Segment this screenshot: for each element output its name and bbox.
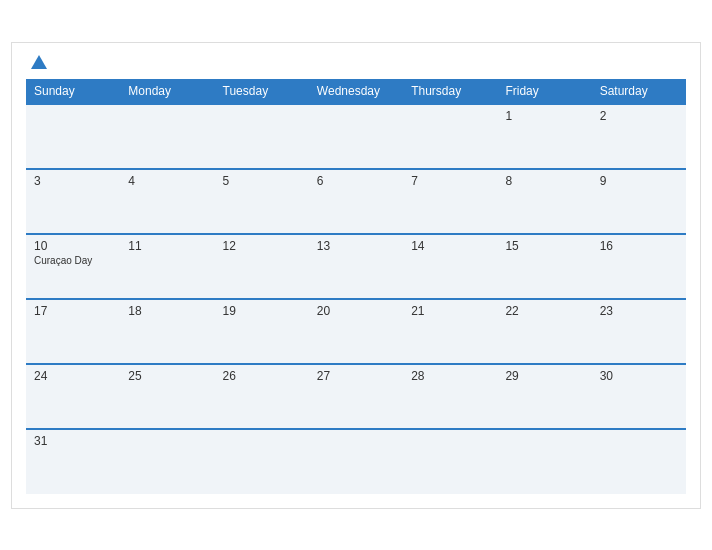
day-cell-30: 30	[592, 364, 686, 429]
day-number: 3	[34, 174, 112, 188]
day-number: 23	[600, 304, 678, 318]
svg-marker-0	[31, 55, 47, 69]
day-event: Curaçao Day	[34, 255, 92, 266]
day-number: 24	[34, 369, 112, 383]
day-cell-24: 24	[26, 364, 120, 429]
day-number: 26	[223, 369, 301, 383]
day-number: 20	[317, 304, 395, 318]
day-number: 11	[128, 239, 206, 253]
calendar-grid: SundayMondayTuesdayWednesdayThursdayFrid…	[26, 79, 686, 494]
days-header-row: SundayMondayTuesdayWednesdayThursdayFrid…	[26, 79, 686, 104]
day-cell-empty	[592, 429, 686, 494]
day-cell-25: 25	[120, 364, 214, 429]
day-number: 16	[600, 239, 678, 253]
day-cell-11: 11	[120, 234, 214, 299]
day-number: 10	[34, 239, 112, 253]
day-cell-empty	[403, 429, 497, 494]
day-cell-empty	[26, 104, 120, 169]
day-cell-empty	[215, 429, 309, 494]
day-header-tuesday: Tuesday	[215, 79, 309, 104]
day-header-wednesday: Wednesday	[309, 79, 403, 104]
day-cell-12: 12	[215, 234, 309, 299]
day-number: 15	[505, 239, 583, 253]
day-number: 14	[411, 239, 489, 253]
calendar-header	[26, 53, 686, 73]
day-cell-7: 7	[403, 169, 497, 234]
day-cell-10: 10Curaçao Day	[26, 234, 120, 299]
day-cell-28: 28	[403, 364, 497, 429]
day-number: 18	[128, 304, 206, 318]
day-cell-21: 21	[403, 299, 497, 364]
day-cell-15: 15	[497, 234, 591, 299]
day-number: 19	[223, 304, 301, 318]
day-number: 5	[223, 174, 301, 188]
day-number: 27	[317, 369, 395, 383]
day-cell-20: 20	[309, 299, 403, 364]
day-header-friday: Friday	[497, 79, 591, 104]
day-cell-14: 14	[403, 234, 497, 299]
day-cell-22: 22	[497, 299, 591, 364]
day-cell-empty	[497, 429, 591, 494]
day-cell-16: 16	[592, 234, 686, 299]
day-number: 6	[317, 174, 395, 188]
calendar-container: SundayMondayTuesdayWednesdayThursdayFrid…	[11, 42, 701, 509]
day-number: 22	[505, 304, 583, 318]
day-number: 17	[34, 304, 112, 318]
day-number: 25	[128, 369, 206, 383]
day-header-monday: Monday	[120, 79, 214, 104]
week-row-3: 17181920212223	[26, 299, 686, 364]
day-cell-19: 19	[215, 299, 309, 364]
day-number: 28	[411, 369, 489, 383]
day-cell-3: 3	[26, 169, 120, 234]
day-cell-empty	[309, 429, 403, 494]
day-header-saturday: Saturday	[592, 79, 686, 104]
day-number: 8	[505, 174, 583, 188]
day-number: 2	[600, 109, 678, 123]
day-number: 1	[505, 109, 583, 123]
week-row-0: 12	[26, 104, 686, 169]
day-number: 13	[317, 239, 395, 253]
logo-icon	[29, 53, 49, 73]
day-cell-17: 17	[26, 299, 120, 364]
day-cell-8: 8	[497, 169, 591, 234]
day-cell-empty	[309, 104, 403, 169]
day-cell-18: 18	[120, 299, 214, 364]
day-cell-1: 1	[497, 104, 591, 169]
day-cell-5: 5	[215, 169, 309, 234]
day-header-thursday: Thursday	[403, 79, 497, 104]
day-cell-2: 2	[592, 104, 686, 169]
day-number: 30	[600, 369, 678, 383]
week-row-4: 24252627282930	[26, 364, 686, 429]
week-row-1: 3456789	[26, 169, 686, 234]
day-cell-empty	[403, 104, 497, 169]
day-number: 4	[128, 174, 206, 188]
day-number: 7	[411, 174, 489, 188]
day-cell-empty	[120, 429, 214, 494]
day-cell-6: 6	[309, 169, 403, 234]
day-cell-26: 26	[215, 364, 309, 429]
day-cell-4: 4	[120, 169, 214, 234]
week-row-2: 10Curaçao Day111213141516	[26, 234, 686, 299]
day-cell-27: 27	[309, 364, 403, 429]
day-number: 21	[411, 304, 489, 318]
day-cell-9: 9	[592, 169, 686, 234]
day-cell-29: 29	[497, 364, 591, 429]
day-cell-31: 31	[26, 429, 120, 494]
day-cell-23: 23	[592, 299, 686, 364]
day-number: 29	[505, 369, 583, 383]
day-header-sunday: Sunday	[26, 79, 120, 104]
week-row-5: 31	[26, 429, 686, 494]
day-cell-13: 13	[309, 234, 403, 299]
day-number: 31	[34, 434, 112, 448]
logo	[26, 53, 49, 73]
day-cell-empty	[215, 104, 309, 169]
day-number: 9	[600, 174, 678, 188]
day-cell-empty	[120, 104, 214, 169]
day-number: 12	[223, 239, 301, 253]
